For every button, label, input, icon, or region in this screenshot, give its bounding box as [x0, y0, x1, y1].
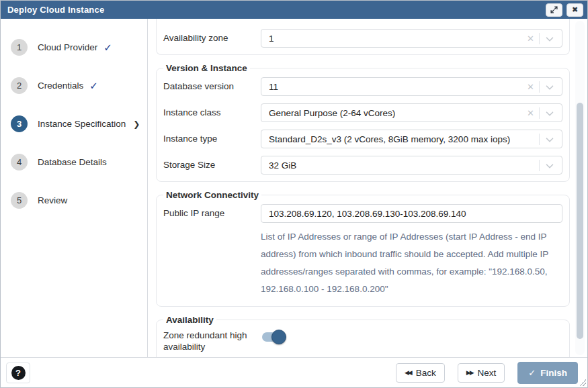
combobox-value: Standard_D2s_v3 (2 vCores, 8GiB memory, …: [269, 134, 539, 144]
section-version-instance-legend: Version & Instance: [163, 63, 250, 73]
step-label: Review: [38, 195, 67, 205]
combobox-controls: [539, 160, 556, 171]
instance-type-row: Instance type Standard_D2s_v3 (2 vCores,…: [163, 130, 562, 148]
instance-specification-form: Availability zone 1 ✕ Ver: [148, 19, 587, 357]
section-availability-legend: Availability: [163, 315, 216, 325]
resize-grip[interactable]: [579, 379, 586, 386]
dialog-titlebar: Deploy Cloud Instance ✖: [1, 1, 587, 19]
chevron-down-icon[interactable]: [540, 110, 556, 116]
chevron-right-icon: ❯: [133, 119, 140, 129]
step-label: Cloud Provider: [38, 42, 97, 52]
combobox-value: 11: [269, 82, 522, 92]
database-version-label: Database version: [163, 81, 261, 93]
step-review[interactable]: 5 Review: [1, 181, 147, 220]
availability-zone-row: Availability zone 1 ✕: [163, 29, 562, 48]
availability-zone-combobox[interactable]: 1 ✕: [261, 29, 562, 48]
instance-class-combobox[interactable]: General Purpose (2-64 vCores) ✕: [261, 103, 562, 122]
double-arrow-left-icon: ◀◀: [405, 369, 411, 376]
next-button-label: Next: [478, 368, 497, 378]
storage-size-label: Storage Size: [163, 159, 261, 171]
section-network-connectivity: Network Connectivity Public IP range Lis…: [156, 190, 570, 307]
step-label: Instance Specification: [38, 119, 126, 129]
chevron-down-icon[interactable]: [540, 84, 556, 90]
combobox-value: 1: [269, 34, 522, 44]
section-partial-top: Availability zone 1 ✕: [156, 19, 570, 55]
step-instance-specification[interactable]: 3 Instance Specification ❯: [1, 105, 147, 143]
instance-class-row: Instance class General Purpose (2-64 vCo…: [163, 103, 562, 122]
step-cloud-provider[interactable]: 1 Cloud Provider ✓: [1, 28, 147, 66]
vertical-scrollbar[interactable]: [575, 21, 585, 355]
close-button[interactable]: ✖: [566, 3, 583, 17]
step-number-badge: 5: [11, 192, 28, 209]
dialog-body: 1 Cloud Provider ✓ 2 Credentials ✓ 3 Ins…: [1, 19, 587, 357]
ha-toggle-row: Zone redundant high availability: [163, 329, 562, 353]
check-icon: ✓: [103, 42, 112, 54]
combobox-value: General Purpose (2-64 vCores): [269, 108, 522, 118]
step-label: Credentials: [38, 81, 83, 91]
step-number-badge: 1: [11, 39, 28, 56]
combobox-value: 32 GiB: [269, 160, 539, 171]
step-label: Database Details: [38, 157, 107, 167]
next-button[interactable]: ▶▶ Next: [458, 363, 505, 383]
wizard-steps-sidebar: 1 Cloud Provider ✓ 2 Credentials ✓ 3 Ins…: [1, 19, 148, 357]
instance-type-combobox[interactable]: Standard_D2s_v3 (2 vCores, 8GiB memory, …: [261, 130, 562, 148]
combobox-controls: [539, 134, 556, 145]
close-icon: ✖: [572, 6, 578, 13]
finish-button[interactable]: ✓ Finish: [517, 362, 578, 384]
step-credentials[interactable]: 2 Credentials ✓: [1, 66, 147, 105]
help-button[interactable]: ?: [6, 362, 30, 383]
chevron-down-icon[interactable]: [540, 36, 556, 42]
check-icon: ✓: [528, 368, 536, 378]
section-network-connectivity-legend: Network Connectivity: [163, 190, 261, 200]
deploy-cloud-instance-dialog: Deploy Cloud Instance ✖ 1 Cloud Provider…: [0, 0, 588, 388]
instance-type-label: Instance type: [163, 133, 261, 145]
clear-icon[interactable]: ✕: [522, 108, 539, 118]
clear-icon[interactable]: ✕: [522, 34, 539, 44]
double-arrow-right-icon: ▶▶: [466, 369, 473, 376]
step-number-badge: 2: [11, 77, 28, 94]
combobox-controls: ✕: [522, 81, 556, 93]
scrollbar-thumb[interactable]: [577, 103, 583, 339]
back-button-label: Back: [416, 368, 436, 378]
toggle-knob: [271, 330, 286, 344]
step-number-badge: 4: [11, 154, 28, 171]
public-ip-range-input[interactable]: [261, 204, 562, 223]
public-ip-range-row: Public IP range: [163, 204, 562, 223]
instance-class-label: Instance class: [163, 107, 261, 119]
public-ip-range-label: Public IP range: [163, 204, 261, 220]
storage-size-row: Storage Size 32 GiB: [163, 156, 562, 175]
database-version-row: Database version 11 ✕: [163, 77, 562, 96]
step-number-badge: 3: [11, 115, 28, 132]
ha-toggle-switch[interactable]: [262, 332, 286, 342]
finish-button-label: Finish: [540, 368, 567, 378]
dialog-title: Deploy Cloud Instance: [7, 5, 104, 15]
storage-size-combobox[interactable]: 32 GiB: [261, 156, 562, 175]
chevron-down-icon[interactable]: [540, 136, 556, 142]
chevron-down-icon[interactable]: [540, 162, 556, 168]
maximize-icon: [550, 6, 558, 13]
help-icon: ?: [11, 366, 26, 380]
dialog-footer: ? ◀◀ Back ▶▶ Next ✓ Finish: [1, 357, 587, 387]
maximize-button[interactable]: [546, 3, 562, 17]
database-version-combobox[interactable]: 11 ✕: [261, 77, 562, 96]
ha-toggle-label: Zone redundant high availability: [163, 329, 261, 353]
combobox-controls: ✕: [522, 107, 556, 119]
public-ip-range-help-text: List of IP Addresses or range of IP Addr…: [261, 228, 562, 298]
section-version-instance: Version & Instance Database version 11 ✕: [156, 63, 570, 182]
clear-icon[interactable]: ✕: [522, 82, 539, 92]
availability-zone-label: Availability zone: [163, 32, 261, 44]
check-icon: ✓: [89, 80, 98, 92]
combobox-controls: ✕: [522, 33, 556, 44]
back-button[interactable]: ◀◀ Back: [396, 363, 445, 383]
step-database-details[interactable]: 4 Database Details: [1, 143, 147, 181]
